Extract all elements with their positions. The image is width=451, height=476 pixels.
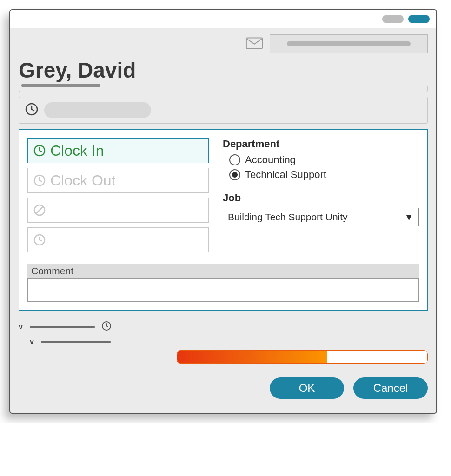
svg-line-5 (36, 207, 43, 213)
clock-icon (25, 102, 39, 118)
progress-bar (177, 350, 428, 364)
main-panel: Clock In Clock Out (19, 129, 428, 311)
window-control-min[interactable] (382, 15, 404, 23)
radio-label: Accounting (245, 154, 296, 166)
radio-technical-support[interactable]: Technical Support (223, 169, 419, 181)
comment-section: Comment (27, 264, 419, 302)
job-select-value: Building Tech Support Unity (228, 212, 348, 223)
clock-in-button[interactable]: Clock In (27, 138, 209, 163)
active-tab-indicator (21, 84, 100, 87)
status-placeholder (44, 102, 151, 118)
radio-label: Technical Support (245, 169, 326, 181)
drill-row-1[interactable]: v (19, 321, 428, 333)
radio-icon (229, 169, 240, 180)
action-slot-3[interactable] (27, 198, 209, 223)
clock-out-button[interactable]: Clock Out (27, 168, 209, 193)
progress-fill (177, 351, 327, 363)
radio-icon (229, 154, 240, 165)
mail-icon[interactable] (245, 36, 263, 52)
chevron-down-icon: ▼ (404, 212, 414, 223)
header-toolbar (10, 28, 436, 53)
status-row (19, 97, 428, 124)
department-label: Department (223, 138, 419, 150)
dialog-buttons: OK Cancel (19, 377, 428, 399)
ok-button[interactable]: OK (270, 377, 344, 399)
comment-input[interactable] (27, 278, 419, 302)
cancel-label: Cancel (373, 382, 408, 395)
drill-row-2[interactable]: v (19, 337, 428, 346)
collapsible-section: v v (19, 321, 428, 346)
svg-rect-0 (246, 38, 262, 49)
clock-in-label: Clock In (50, 142, 104, 159)
radio-accounting[interactable]: Accounting (223, 154, 419, 166)
cancel-button[interactable]: Cancel (353, 377, 428, 399)
placeholder-bar (287, 41, 411, 46)
dialog-window: Grey, David Clock In Clo (9, 9, 437, 414)
employee-name: Grey, David (10, 53, 436, 86)
comment-label: Comment (27, 264, 419, 278)
cancel-icon (33, 203, 46, 217)
tab-strip (19, 86, 428, 92)
action-slot-4[interactable] (27, 227, 209, 252)
job-select[interactable]: Building Tech Support Unity ▼ (223, 208, 419, 226)
placeholder-line (41, 341, 111, 343)
ok-label: OK (299, 382, 315, 395)
placeholder-line (30, 326, 95, 328)
clock-icon (33, 173, 46, 187)
clock-icon (33, 233, 46, 247)
titlebar (10, 10, 436, 28)
chevron-down-icon: v (19, 323, 25, 331)
action-column: Clock In Clock Out (27, 138, 209, 257)
clock-icon (101, 321, 112, 333)
details-column: Department Accounting Technical Support … (223, 138, 419, 257)
window-control-max[interactable] (408, 15, 430, 23)
clock-icon (33, 144, 46, 158)
chevron-down-icon: v (30, 337, 36, 346)
header-info-box (270, 34, 428, 53)
job-label: Job (223, 192, 419, 204)
clock-out-label: Clock Out (50, 172, 115, 189)
